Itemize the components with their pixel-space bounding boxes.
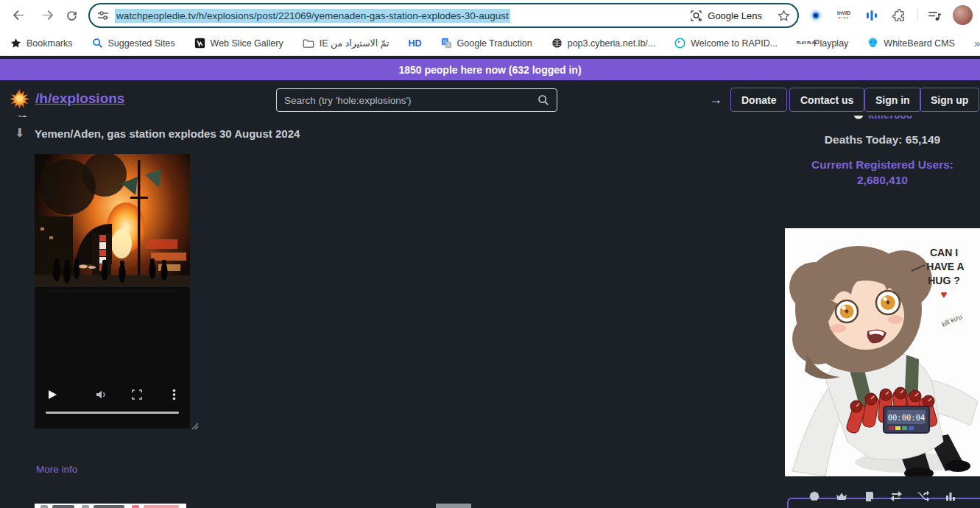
action-label-partial	[52, 505, 74, 508]
bookmark-star-icon[interactable]	[778, 10, 790, 22]
whitebeard-icon	[867, 38, 878, 49]
reload-icon[interactable]	[62, 6, 81, 25]
playplay-icon: PLAY PLAY	[797, 41, 808, 45]
folder-icon	[303, 38, 314, 49]
bookmark-bookmarks[interactable]: Bookmarks	[10, 38, 73, 49]
search-icon[interactable]	[537, 94, 549, 106]
bookmark-label: pop3.cyberia.net.lb/...	[568, 38, 656, 49]
action-label-partial	[144, 505, 179, 508]
bookmarks-overflow-chevron[interactable]: »	[974, 37, 980, 49]
reload-glyph-icon	[66, 10, 78, 22]
bookmark-label: Bookmarks	[27, 38, 73, 49]
bookmark-whitebeard-cms[interactable]: WhiteBeard CMS	[867, 38, 955, 49]
bookmark-playplay[interactable]: PLAY PLAY Playplay	[797, 38, 848, 49]
star-icon	[10, 38, 21, 49]
play-icon	[47, 389, 57, 400]
fullscreen-button[interactable]	[128, 386, 146, 403]
volume-button[interactable]	[93, 386, 110, 403]
badge-icon[interactable]	[808, 490, 820, 502]
contact-us-button[interactable]: Contact us	[789, 88, 864, 112]
swap-arrows-icon[interactable]	[890, 490, 902, 502]
bookmark-hd[interactable]: HD	[408, 38, 421, 49]
back-arrow-icon	[13, 10, 25, 22]
shuffle-icon[interactable]	[917, 490, 929, 502]
more-info-link[interactable]: More info	[36, 464, 77, 475]
google-lens-label[interactable]: Google Lens	[708, 10, 762, 21]
eye-extension-icon[interactable]	[806, 6, 825, 25]
scroll-icon[interactable]	[863, 490, 875, 502]
hug-girl-artwork: 00:00:04 CAN I HAVE A HUG ? ♥ kill	[785, 228, 980, 476]
site-page: 1850 people here now (632 logged in) /h/…	[0, 56, 980, 508]
forward-arrow-icon	[42, 10, 54, 22]
toolbar-separator	[917, 9, 918, 22]
globe-icon	[551, 38, 563, 49]
speech-line-1: CAN I	[930, 247, 958, 258]
donate-button[interactable]: Donate	[730, 88, 787, 112]
heart-glyph: ♥	[941, 288, 948, 300]
volume-icon	[96, 389, 107, 400]
magnifier-icon	[92, 38, 103, 49]
resize-grip-icon[interactable]	[190, 421, 199, 430]
header-arrow-icon[interactable]: →	[709, 92, 722, 107]
invid-logo: InVID ••••	[837, 11, 850, 20]
speech-line-2: HAVE A	[926, 261, 964, 272]
url-bar[interactable]: watchpeopledie.tv/h/explosions/post/2210…	[88, 3, 799, 28]
profile-avatar[interactable]	[953, 5, 973, 25]
back-icon[interactable]	[9, 6, 28, 25]
web-slice-icon	[194, 38, 205, 49]
bookmark-google-traduction[interactable]: G文 Google Traduction	[441, 38, 532, 49]
bookmark-label: Suggested Sites	[108, 38, 175, 49]
screen: watchpeopledie.tv/h/explosions/post/2210…	[0, 0, 980, 508]
url-text[interactable]: watchpeopledie.tv/h/explosions/post/2210…	[115, 9, 510, 23]
media-controls-icon[interactable]	[925, 6, 944, 25]
post-title: Yemen/Aden, gas station explodes 30 Augu…	[35, 127, 300, 140]
timer-readout: 00:00:04	[888, 413, 926, 422]
action-label-partial	[94, 505, 124, 508]
action-icon-partial	[40, 505, 48, 508]
sign-in-button[interactable]: Sign in	[864, 88, 921, 112]
search-input[interactable]	[284, 95, 537, 106]
cut-off-element	[436, 504, 471, 508]
eye-icon	[808, 8, 823, 23]
bookmark-label: WhiteBeard CMS	[884, 38, 955, 49]
search-box	[276, 88, 557, 112]
svg-text:文: 文	[446, 43, 451, 47]
music-list-icon	[928, 9, 942, 23]
bookmark-label: تمّ الاستيراد من IE	[320, 38, 389, 49]
sidebar-artwork-image[interactable]: 00:00:04 CAN I HAVE A HUG ? ♥ kill	[785, 228, 980, 476]
bookmark-label: Playplay	[814, 38, 848, 49]
bookmarks-bar: Bookmarks Suggested Sites Web Slice Gall…	[0, 31, 980, 56]
bookmark-suggested-sites[interactable]: Suggested Sites	[92, 38, 175, 49]
site-settings-icon[interactable]	[97, 10, 109, 21]
crown-icon[interactable]	[836, 490, 847, 502]
play-button[interactable]	[43, 386, 61, 403]
bar-chart-icon[interactable]	[945, 490, 956, 502]
video-menu-button[interactable]	[165, 386, 183, 403]
video-player[interactable]	[35, 154, 190, 428]
explosion-logo-icon[interactable]	[10, 88, 29, 108]
invid-extension-icon[interactable]: InVID ••••	[834, 6, 853, 25]
site-header: /h/explosions → Donate Contact us Sign i…	[0, 80, 980, 116]
bookmark-welcome-rapid[interactable]: Welcome to RAPID...	[674, 38, 778, 49]
community-link[interactable]: /h/explosions	[35, 91, 124, 107]
browser-toolbar: watchpeopledie.tv/h/explosions/post/2210…	[0, 0, 980, 31]
downvote-arrow-icon[interactable]: ⬇	[15, 126, 24, 140]
google-lens-icon[interactable]	[690, 10, 702, 22]
sign-up-button[interactable]: Sign up	[920, 88, 979, 112]
bookmark-pop3-cyberia[interactable]: pop3.cyberia.net.lb/...	[551, 38, 656, 49]
equalizer-extension-icon[interactable]	[862, 6, 881, 25]
bookmark-imported-from-ie[interactable]: تمّ الاستيراد من IE	[303, 38, 389, 49]
kebab-menu-icon	[172, 389, 176, 401]
video-progress-bar[interactable]	[46, 412, 179, 414]
forward-icon[interactable]	[38, 6, 57, 25]
bookmark-web-slice-gallery[interactable]: Web Slice Gallery	[194, 38, 283, 49]
action-icon-partial	[82, 505, 89, 508]
post-actions-bar-partial	[35, 504, 186, 508]
rapid-icon	[674, 38, 685, 49]
translate-icon: G文	[441, 38, 452, 49]
speech-line-3: HUG ?	[928, 275, 960, 286]
bomb-timer: 00:00:04	[884, 406, 929, 433]
visitors-banner: 1850 people here now (632 logged in)	[0, 59, 980, 80]
extensions-puzzle-icon[interactable]	[889, 6, 909, 25]
hd-icon: HD	[408, 38, 421, 49]
